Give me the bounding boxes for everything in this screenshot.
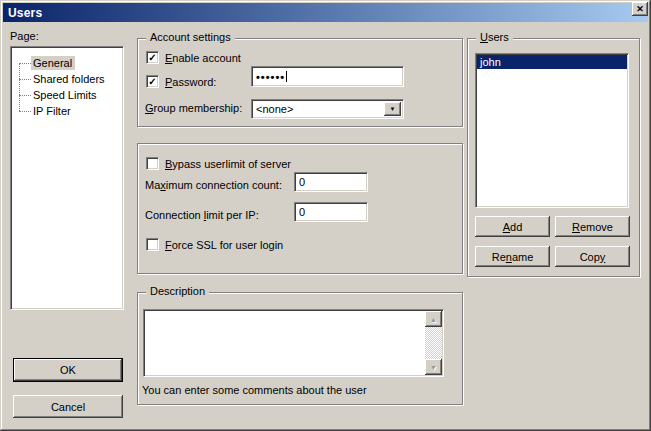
- tree-stub: [19, 79, 31, 80]
- ip-limit-value: 0: [299, 206, 305, 218]
- page-item-general[interactable]: General: [11, 55, 123, 71]
- page-label: Page:: [10, 30, 39, 42]
- ip-limit-input[interactable]: 0: [294, 202, 368, 222]
- enable-account-label: Enable account: [165, 52, 241, 64]
- page-item-ip-filter[interactable]: IP Filter: [11, 103, 123, 119]
- password-masked-value: ••••••: [256, 71, 285, 83]
- tree-stub: [19, 95, 31, 96]
- tree-stub: [19, 63, 31, 64]
- scroll-down-button[interactable]: ▼: [425, 359, 442, 375]
- window-title: Users: [8, 6, 42, 20]
- scroll-down-icon: ▼: [430, 364, 437, 371]
- remove-user-button[interactable]: Remove: [555, 216, 630, 237]
- page-item-label: Speed Limits: [31, 88, 100, 102]
- password-input[interactable]: ••••••: [251, 66, 404, 87]
- page-item-label: Shared folders: [31, 72, 108, 86]
- cancel-button[interactable]: Cancel: [13, 395, 123, 418]
- description-scrollbar[interactable]: ▲ ▼: [425, 311, 442, 375]
- title-bar[interactable]: Users: [3, 3, 648, 22]
- page-item-shared-folders[interactable]: Shared folders: [11, 71, 123, 87]
- page-item-label: IP Filter: [31, 104, 74, 118]
- user-name: john: [480, 56, 501, 68]
- group-membership-value: <none>: [256, 103, 293, 115]
- scroll-up-icon: ▲: [430, 316, 437, 323]
- users-list[interactable]: john: [475, 53, 629, 208]
- close-icon: ✕: [636, 5, 644, 14]
- users-group: Users john Add Remove Rename Copy: [467, 38, 640, 277]
- tree-stub: [19, 111, 31, 112]
- force-ssl-label: Force SSL for user login: [165, 239, 283, 251]
- user-list-item[interactable]: john: [477, 55, 627, 69]
- close-button[interactable]: ✕: [632, 2, 648, 16]
- ip-limit-label: Connection limit per IP:: [145, 209, 259, 221]
- description-textarea[interactable]: ▲ ▼: [143, 309, 444, 377]
- check-icon: ✓: [148, 77, 156, 86]
- description-group: Description ▲ ▼ You can enter some comme…: [137, 292, 463, 405]
- force-ssl-checkbox[interactable]: [146, 238, 159, 251]
- copy-user-button[interactable]: Copy: [555, 246, 630, 267]
- check-icon: ✓: [148, 53, 156, 62]
- page-list[interactable]: General Shared folders Speed Limits IP F…: [10, 46, 124, 310]
- rename-user-button[interactable]: Rename: [475, 246, 550, 267]
- users-caption: Users: [476, 31, 513, 44]
- max-connection-label: Maximum connection count:: [145, 179, 282, 191]
- bypass-userlimit-label: Bypass userlimit of server: [165, 158, 291, 170]
- account-settings-group: Account settings ✓ Enable account ✓ Pass…: [137, 38, 463, 127]
- description-hint: You can enter some comments about the us…: [142, 384, 367, 396]
- max-connection-value: 0: [299, 176, 305, 188]
- connection-limits-group: Bypass userlimit of server Maximum conne…: [137, 143, 463, 274]
- add-user-button[interactable]: Add: [475, 216, 550, 237]
- ok-button[interactable]: OK: [13, 358, 123, 382]
- users-dialog: Users ✕ Page: General Shared folders Spe…: [0, 0, 651, 431]
- page-item-label: General: [31, 56, 75, 70]
- description-caption: Description: [146, 285, 209, 298]
- page-item-speed-limits[interactable]: Speed Limits: [11, 87, 123, 103]
- group-membership-combobox[interactable]: <none> ▼: [251, 99, 404, 119]
- password-label: Password:: [165, 76, 216, 88]
- account-settings-caption: Account settings: [146, 31, 235, 44]
- scroll-up-button[interactable]: ▲: [425, 311, 442, 327]
- enable-account-checkbox[interactable]: ✓: [146, 51, 159, 64]
- text-caret: [286, 71, 287, 82]
- bypass-userlimit-checkbox[interactable]: [146, 157, 159, 170]
- group-membership-label: Group membership:: [145, 102, 242, 114]
- max-connection-input[interactable]: 0: [294, 172, 368, 192]
- password-checkbox[interactable]: ✓: [146, 75, 159, 88]
- combobox-dropdown-button[interactable]: ▼: [384, 102, 401, 116]
- chevron-down-icon: ▼: [390, 106, 396, 112]
